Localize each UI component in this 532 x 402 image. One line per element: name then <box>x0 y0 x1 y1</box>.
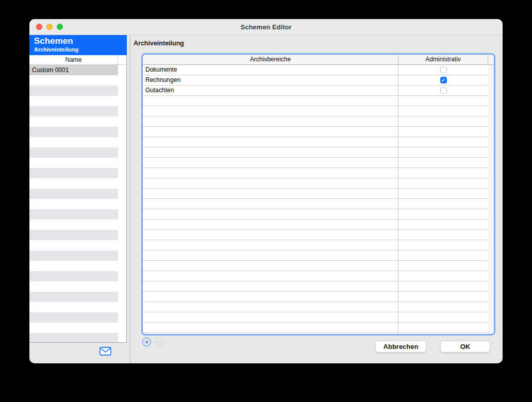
table-empty-row[interactable] <box>143 106 488 116</box>
table-row[interactable]: Dokumente <box>143 65 488 75</box>
administrativ-cell <box>398 86 488 95</box>
schema-list-empty-row[interactable] <box>29 230 118 240</box>
column-header-administrativ[interactable]: Administrativ <box>398 55 488 64</box>
schema-list-empty-row[interactable] <box>29 147 118 158</box>
schema-list-empty-row[interactable] <box>29 250 118 261</box>
table-empty-row[interactable] <box>143 250 488 261</box>
add-row-button[interactable]: + <box>142 338 151 346</box>
table-empty-row[interactable] <box>143 302 488 312</box>
table-empty-row[interactable] <box>143 230 488 240</box>
schema-list-empty-row[interactable] <box>29 312 118 323</box>
table-empty-row[interactable] <box>143 220 488 230</box>
table-empty-row[interactable] <box>143 271 488 281</box>
table-row[interactable]: Rechnungen✓ <box>143 75 488 86</box>
schema-list-empty-row[interactable] <box>29 302 118 312</box>
table-body: DokumenteRechnungen✓Gutachten <box>143 65 494 334</box>
administrativ-cell <box>398 292 488 301</box>
archivbereich-cell[interactable]: Rechnungen <box>143 75 398 85</box>
checkbox-unchecked[interactable] <box>440 66 447 73</box>
archivbereich-cell <box>143 158 398 167</box>
archivbereich-cell <box>143 96 398 106</box>
table-empty-row[interactable] <box>143 178 488 189</box>
schema-list-empty-row[interactable] <box>29 333 118 343</box>
table-row[interactable]: Gutachten <box>143 86 488 96</box>
sidebar-subtitle: Archiveinteilung <box>34 46 122 53</box>
sidebar-title: Schemen <box>34 36 122 46</box>
archivbereich-cell[interactable]: Dokumente <box>143 65 398 75</box>
column-header-archivbereiche[interactable]: Archivbereiche <box>143 55 398 64</box>
table-empty-row[interactable] <box>143 127 488 137</box>
archivbereich-cell <box>143 323 398 332</box>
archivbereich-cell[interactable]: Gutachten <box>143 86 398 95</box>
table-empty-row[interactable] <box>143 96 488 106</box>
archivbereich-cell <box>143 312 398 322</box>
schema-list-empty-row[interactable] <box>29 199 118 209</box>
table-empty-row[interactable] <box>143 323 488 333</box>
administrativ-cell <box>398 65 488 75</box>
administrativ-cell <box>398 106 488 116</box>
table-empty-row[interactable] <box>143 312 488 323</box>
administrativ-cell <box>398 220 488 229</box>
schema-list-empty-row[interactable] <box>29 292 118 302</box>
table-empty-row[interactable] <box>143 189 488 199</box>
administrativ-cell <box>398 178 488 188</box>
window-title: Schemen Editor <box>29 23 503 31</box>
schema-list-empty-row[interactable] <box>29 189 118 199</box>
schema-list-empty-row[interactable] <box>29 75 118 86</box>
name-column-header[interactable]: Name <box>29 55 118 64</box>
administrativ-cell <box>398 209 488 219</box>
archivbereich-cell <box>143 189 398 198</box>
schema-list-empty-row[interactable] <box>29 137 118 147</box>
schema-list-empty-row[interactable] <box>29 271 118 281</box>
schema-list-empty-row[interactable] <box>29 240 118 250</box>
remove-row-button[interactable]: − <box>155 338 164 346</box>
table-empty-row[interactable] <box>143 158 488 168</box>
schema-list-empty-row[interactable] <box>29 323 118 333</box>
ok-button[interactable]: OK <box>440 341 490 353</box>
table-empty-row[interactable] <box>143 292 488 302</box>
table-empty-row[interactable] <box>143 281 488 292</box>
titlebar: Schemen Editor <box>29 19 503 35</box>
schema-list-empty-row[interactable] <box>29 86 118 96</box>
schema-list-empty-row[interactable] <box>29 261 118 271</box>
schema-list-empty-row[interactable] <box>29 127 118 137</box>
schema-list-empty-row[interactable] <box>29 158 118 168</box>
administrativ-cell <box>398 271 488 281</box>
archivbereich-cell <box>143 302 398 312</box>
schema-list-empty-row[interactable] <box>29 96 118 106</box>
archivbereich-cell <box>143 116 398 126</box>
section-label: Archiveinteilung <box>134 40 184 47</box>
table-empty-row[interactable] <box>143 168 488 178</box>
administrativ-cell <box>398 250 488 260</box>
header-scrollbar-gutter <box>488 55 494 64</box>
schema-list-item[interactable]: Custom 0001 <box>29 65 118 75</box>
schema-list-empty-row[interactable] <box>29 209 118 220</box>
table-empty-row[interactable] <box>143 261 488 271</box>
archivbereich-cell <box>143 127 398 137</box>
table-header-row: Archivbereiche Administrativ <box>143 55 494 65</box>
table-empty-row[interactable] <box>143 199 488 209</box>
mail-button[interactable] <box>99 347 111 357</box>
schema-list-empty-row[interactable] <box>29 220 118 230</box>
table-empty-row[interactable] <box>143 116 488 127</box>
table-empty-row[interactable] <box>143 137 488 147</box>
checkbox-unchecked[interactable] <box>440 87 447 94</box>
schema-list-rows: Custom 0001 <box>29 65 126 343</box>
table-empty-row[interactable] <box>143 147 488 158</box>
schema-list-empty-row[interactable] <box>29 281 118 292</box>
schema-list-empty-row[interactable] <box>29 106 118 116</box>
cancel-button[interactable]: Abbrechen <box>375 341 426 353</box>
schema-list-empty-row[interactable] <box>29 116 118 127</box>
archivbereich-cell <box>143 199 398 209</box>
checkbox-checked[interactable]: ✓ <box>440 77 447 83</box>
archivbereich-cell <box>143 240 398 250</box>
administrativ-cell <box>398 302 488 312</box>
schema-list-empty-row[interactable] <box>29 178 118 189</box>
administrativ-cell <box>398 96 488 106</box>
table-empty-row[interactable] <box>143 209 488 220</box>
archivbereich-cell <box>143 292 398 301</box>
administrativ-cell <box>398 137 488 147</box>
schema-list-empty-row[interactable] <box>29 168 118 178</box>
administrativ-cell <box>398 116 488 126</box>
table-empty-row[interactable] <box>143 240 488 250</box>
